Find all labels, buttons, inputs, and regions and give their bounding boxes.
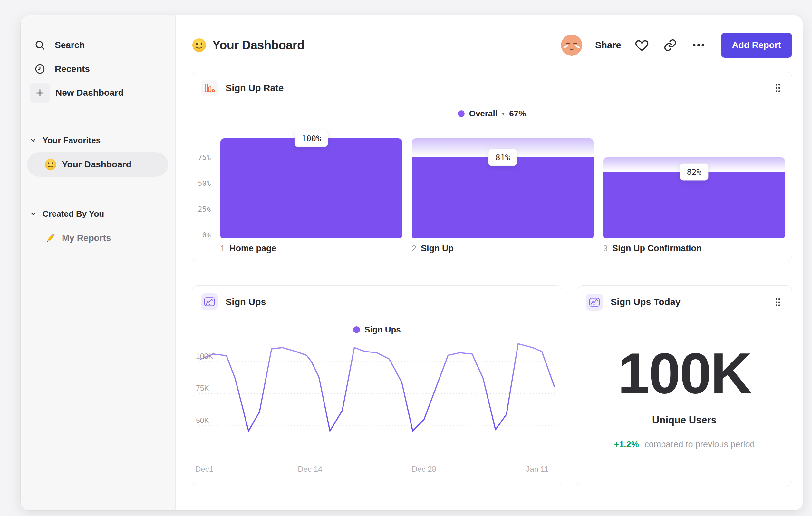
sidebar-item-label: Your Dashboard xyxy=(62,159,132,170)
step-index: 3 xyxy=(603,244,608,253)
y-axis-tick: 75K xyxy=(196,384,209,393)
delta-note: compared to previous period xyxy=(644,440,755,449)
card-title: Sign Up Rate xyxy=(226,83,284,93)
pencil-emoji-icon xyxy=(45,232,57,244)
funnel-step-label: 3 Sign Up Confirmation xyxy=(603,243,701,253)
sidebar-item-label: My Reports xyxy=(62,233,111,243)
page-title-group: Your Dashboard xyxy=(192,38,304,53)
page-title: Your Dashboard xyxy=(212,38,304,52)
sidebar-item-your-dashboard[interactable]: Your Dashboard xyxy=(27,152,168,177)
funnel-step-label: 1 Home page xyxy=(221,243,276,253)
avatar[interactable] xyxy=(561,34,582,56)
section-header: Created By You xyxy=(42,209,104,219)
card-header: Sign Ups xyxy=(192,286,562,318)
funnel-bar-fill xyxy=(221,138,402,238)
dashboard-header: Your Dashboard Share Add Report xyxy=(192,16,792,72)
heart-icon[interactable] xyxy=(634,37,649,53)
sidebar-item-recents[interactable]: Recents xyxy=(34,59,175,79)
card-header: Sign Ups Today xyxy=(577,286,792,318)
funnel-bar-fill xyxy=(412,157,593,238)
chevron-down-icon xyxy=(30,210,37,217)
line-chart-icon xyxy=(586,294,603,310)
y-axis-tick: 0% xyxy=(192,231,211,239)
step-name: Home page xyxy=(229,243,277,253)
plus-icon xyxy=(30,83,50,103)
legend-value: 67% xyxy=(509,109,526,119)
sign-up-rate-card: Sign Up Rate Overall • 67% 75% 50% 25% 0… xyxy=(192,72,792,261)
sign-ups-today-card: Sign Ups Today 100K Unique Users +1.2% c… xyxy=(577,286,792,486)
funnel-plot: 75% 50% 25% 0% 100% 81% 82% xyxy=(192,123,792,238)
sidebar-item-search[interactable]: Search xyxy=(34,35,175,55)
search-icon xyxy=(34,39,46,51)
bottom-row: Sign Ups Sign Ups 100K 75K 50K Dec1 Dec … xyxy=(192,286,792,486)
section-header: Your Favorites xyxy=(42,135,100,145)
sign-ups-line-chart xyxy=(199,341,555,454)
header-actions: Share Add Report xyxy=(561,33,792,58)
legend-label: Overall xyxy=(469,109,497,119)
metric-value: 100K xyxy=(577,345,792,402)
card-title: Sign Ups xyxy=(226,297,266,307)
funnel-value-tooltip: 100% xyxy=(294,130,328,147)
bar-chart-icon xyxy=(201,80,218,97)
y-axis-tick: 50% xyxy=(192,179,211,187)
clock-icon xyxy=(34,63,46,75)
x-axis: Dec1 Dec 14 Dec 28 Jan 11 xyxy=(192,454,562,487)
metric-delta: +1.2% compared to previous period xyxy=(577,440,792,450)
share-button[interactable]: Share xyxy=(595,40,621,51)
chevron-down-icon xyxy=(30,137,37,144)
sidebar-item-label: Search xyxy=(55,40,85,50)
sidebar-item-label: New Dashboard xyxy=(55,88,124,98)
app-window: Search Recents New Dashboard Your Favori… xyxy=(21,16,803,510)
card-header: Sign Up Rate xyxy=(192,72,792,105)
funnel-bar-sign-up-confirmation: 82% xyxy=(603,123,785,238)
funnel-step-label: 2 Sign Up xyxy=(412,243,454,253)
sidebar-item-new-dashboard[interactable]: New Dashboard xyxy=(34,83,175,103)
step-index: 2 xyxy=(412,244,416,253)
drag-handle-icon[interactable] xyxy=(773,296,783,309)
link-icon[interactable] xyxy=(663,37,678,53)
legend-label: Sign Ups xyxy=(365,325,401,335)
line-chart-icon xyxy=(201,294,218,310)
sign-ups-card: Sign Ups Sign Ups 100K 75K 50K Dec1 Dec … xyxy=(192,286,562,486)
delta-value: +1.2% xyxy=(614,440,639,449)
step-index: 1 xyxy=(221,244,225,253)
sidebar-section-created: Created By You My Reports xyxy=(21,207,175,250)
funnel-value-tooltip: 82% xyxy=(679,164,708,181)
card-title: Sign Ups Today xyxy=(611,297,680,307)
x-axis-tick: Jan 11 xyxy=(526,465,548,474)
funnel-x-labels: 1 Home page 2 Sign Up 3 Sign Up Confirma… xyxy=(192,238,792,262)
more-icon[interactable] xyxy=(691,37,706,53)
x-axis-tick: Dec1 xyxy=(195,465,213,474)
metric-label: Unique Users xyxy=(577,414,792,426)
sidebar-section-favorites: Your Favorites Your Dashboard xyxy=(21,133,175,177)
add-report-button[interactable]: Add Report xyxy=(721,33,792,58)
y-axis-tick: 50K xyxy=(196,416,209,425)
smiley-emoji-icon xyxy=(45,158,57,171)
created-section-toggle[interactable]: Created By You xyxy=(30,207,175,221)
legend-dot xyxy=(458,110,465,117)
legend-separator: • xyxy=(502,109,504,118)
y-axis-tick: 100K xyxy=(196,352,213,361)
funnel-bar-fill xyxy=(603,172,785,238)
x-axis-tick: Dec 14 xyxy=(298,465,322,474)
funnel-legend: Overall • 67% xyxy=(192,105,792,123)
smiley-emoji-icon xyxy=(192,38,207,53)
main-content: Your Dashboard Share Add Report xyxy=(176,16,803,510)
x-axis-tick: Dec 28 xyxy=(412,465,436,474)
y-axis-tick: 75% xyxy=(192,154,211,162)
drag-handle-icon[interactable] xyxy=(773,82,783,94)
line-legend: Sign Ups xyxy=(192,318,562,341)
step-name: Sign Up Confirmation xyxy=(612,243,701,253)
funnel-value-tooltip: 81% xyxy=(488,149,517,166)
line-plot: 100K 75K 50K xyxy=(192,341,562,454)
funnel-bar-sign-up: 81% xyxy=(412,123,593,238)
sidebar: Search Recents New Dashboard Your Favori… xyxy=(21,16,176,510)
legend-dot xyxy=(353,326,360,333)
sidebar-item-label: Recents xyxy=(55,64,90,74)
metric-body: 100K Unique Users +1.2% compared to prev… xyxy=(577,345,792,450)
sidebar-item-my-reports[interactable]: My Reports xyxy=(27,226,168,250)
step-name: Sign Up xyxy=(421,243,454,253)
favorites-section-toggle[interactable]: Your Favorites xyxy=(30,133,175,148)
funnel-bar-home-page: 100% xyxy=(221,123,402,238)
y-axis-tick: 25% xyxy=(192,205,211,213)
